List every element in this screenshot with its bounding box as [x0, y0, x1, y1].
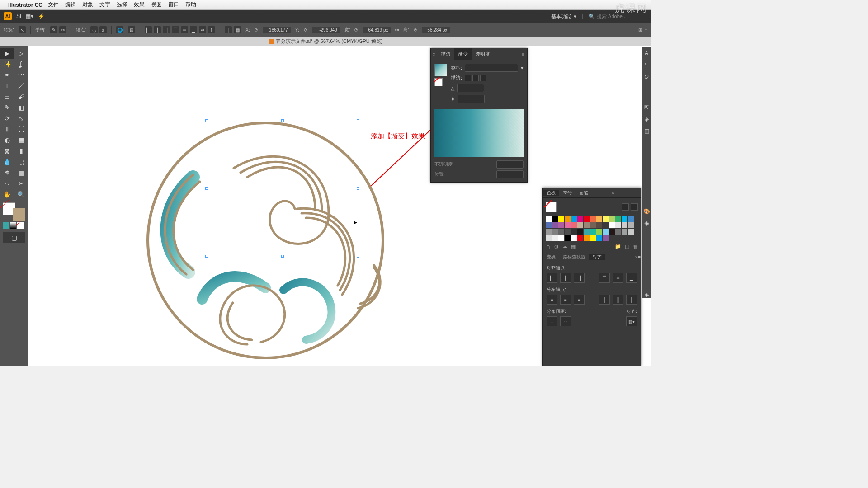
dist-top-button[interactable]: ≡ — [547, 295, 557, 305]
swatch-cell[interactable] — [590, 222, 596, 228]
width-tool[interactable]: ⫴ — [0, 124, 14, 135]
menu-file[interactable]: 文件 — [48, 1, 59, 9]
hand-tool[interactable]: ✋ — [0, 189, 14, 200]
menu-effect[interactable]: 效果 — [134, 1, 145, 9]
x-value[interactable]: 1860.177 — [263, 27, 291, 33]
strip-para-icon[interactable]: ¶ — [645, 62, 648, 68]
swatch-cell[interactable] — [565, 216, 571, 222]
screen-mode-button[interactable]: ▢ — [3, 232, 25, 243]
swatch-cell[interactable] — [596, 229, 602, 235]
link-xy-icon[interactable]: ⟳ — [255, 28, 258, 33]
column-graph-tool[interactable]: ▥ — [14, 167, 28, 178]
shaper-tool[interactable]: ✎ — [0, 102, 14, 113]
dist-right-button[interactable]: ║ — [626, 295, 637, 305]
stroke-swatch[interactable] — [13, 208, 25, 221]
ref-point-icon[interactable]: ▦ — [234, 26, 241, 33]
panel-expand-icon[interactable]: » — [610, 190, 616, 196]
swatch-cell[interactable] — [584, 229, 590, 235]
align-left-button[interactable]: ▏ — [547, 273, 557, 283]
panel-toggle-icon[interactable]: ⊞ — [638, 28, 642, 33]
strip-layers-icon[interactable]: ◈ — [645, 291, 649, 298]
dist-left-button[interactable]: ║ — [599, 295, 610, 305]
dist-vspace-button[interactable]: ↕ — [547, 316, 557, 326]
swatch-cell[interactable] — [558, 229, 564, 235]
handle-tool-icon[interactable]: ✎ — [50, 26, 57, 33]
link-wh-icon[interactable]: ⟳ — [354, 28, 358, 33]
fill-stroke-indicator[interactable] — [3, 202, 25, 221]
curvature-tool[interactable]: 〰 — [14, 70, 28, 80]
h-value[interactable]: 58.284 px — [422, 27, 450, 33]
swatch-cell[interactable] — [584, 216, 590, 222]
delete-swatch-icon[interactable]: 🗑 — [633, 244, 638, 249]
angle-input[interactable] — [457, 84, 484, 92]
align-to-button[interactable]: ▥▾ — [626, 316, 637, 326]
line-tool[interactable]: ／ — [14, 80, 28, 91]
menu-select[interactable]: 选择 — [117, 1, 127, 9]
swatch-cell[interactable] — [603, 235, 609, 241]
swatch-cell[interactable] — [603, 229, 609, 235]
gradient-fill-none[interactable] — [434, 78, 443, 86]
magic-wand-tool[interactable]: ✨ — [0, 59, 14, 70]
swatch-cell[interactable] — [546, 235, 552, 241]
swatch-cell[interactable] — [571, 216, 577, 222]
convert-anchor-icon[interactable]: ↖ — [19, 26, 26, 33]
strip-lib-icon[interactable]: ▥ — [644, 128, 649, 134]
swatch-fill-indicator[interactable] — [546, 202, 557, 212]
color-mode-switch[interactable] — [0, 221, 28, 230]
strip-char-icon[interactable]: A — [645, 50, 648, 56]
swatch-cell[interactable] — [571, 235, 577, 241]
swatch-cell[interactable] — [596, 216, 602, 222]
document-tab[interactable]: 春分演示文件.ai* @ 567.64% (CMYK/GPU 预览) — [0, 37, 651, 46]
swatch-cell[interactable] — [584, 222, 590, 228]
selection-tool[interactable]: ▶ — [0, 48, 14, 59]
swatch-cell[interactable] — [546, 216, 552, 222]
swatch-cell[interactable] — [577, 222, 583, 228]
scale-tool[interactable]: ⤡ — [14, 113, 28, 124]
shape-builder-tool[interactable]: ◐ — [0, 135, 14, 145]
swatch-cell[interactable] — [577, 229, 583, 235]
new-swatch-icon[interactable]: ◫ — [625, 244, 629, 249]
strip-asset-icon[interactable]: ◈ — [645, 116, 649, 122]
swatch-cell[interactable] — [615, 216, 621, 222]
panel-close-icon[interactable]: × — [431, 52, 437, 57]
align-top-icon[interactable]: ▔ — [172, 26, 179, 33]
blend-tool[interactable]: ⬚ — [14, 156, 28, 167]
swatch-cell[interactable] — [615, 229, 621, 235]
new-folder-icon[interactable]: 📁 — [615, 244, 621, 249]
swatch-cell[interactable] — [590, 235, 596, 241]
swatch-cell[interactable] — [596, 222, 602, 228]
menu-type[interactable]: 文字 — [99, 1, 110, 9]
swatch-cell[interactable] — [558, 222, 564, 228]
align-vcenter-icon[interactable]: ━ — [181, 26, 188, 33]
swatch-cell[interactable] — [571, 222, 577, 228]
globe-icon[interactable]: 🌐 — [116, 26, 123, 33]
swatch-cell[interactable] — [558, 216, 564, 222]
type-tool[interactable]: T — [0, 80, 14, 91]
stroke-opt2-icon[interactable] — [472, 75, 479, 81]
gradient-type-select[interactable] — [465, 64, 518, 72]
swatch-cell[interactable] — [590, 216, 596, 222]
arrange-docs-icon[interactable]: ▦▾ — [26, 13, 33, 19]
swatch-cell[interactable] — [546, 229, 552, 235]
tab-stroke[interactable]: 描边 — [437, 48, 454, 60]
swatch-cell[interactable] — [565, 235, 571, 241]
constrain-icon[interactable]: ⚯ — [395, 28, 399, 33]
swatch-cell[interactable] — [546, 222, 552, 228]
paintbrush-tool[interactable]: 🖌 — [14, 91, 28, 102]
swatch-opts-icon[interactable]: ☁ — [562, 244, 567, 249]
w-value[interactable]: 64.819 px — [363, 27, 391, 33]
swatch-cell[interactable] — [565, 229, 571, 235]
swatch-kind-icon[interactable]: ◑ — [554, 244, 559, 249]
dist-hspace-button[interactable]: ↔ — [560, 316, 571, 326]
artboard-tool[interactable]: ▱ — [0, 178, 14, 189]
strip-export-icon[interactable]: ⇱ — [644, 104, 649, 111]
dist-hcenter-button[interactable]: ║ — [613, 295, 623, 305]
strip-glyph-icon[interactable]: O — [644, 74, 648, 80]
symbol-sprayer-tool[interactable]: ✵ — [0, 167, 14, 178]
stock-icon[interactable]: St — [16, 13, 21, 19]
stroke-opt3-icon[interactable] — [480, 75, 486, 81]
workspace-switcher[interactable]: 基本功能 — [551, 13, 571, 20]
eraser-tool[interactable]: ◧ — [14, 102, 28, 113]
app-name[interactable]: Illustrator CC — [8, 2, 42, 8]
swatch-cell[interactable] — [609, 229, 615, 235]
